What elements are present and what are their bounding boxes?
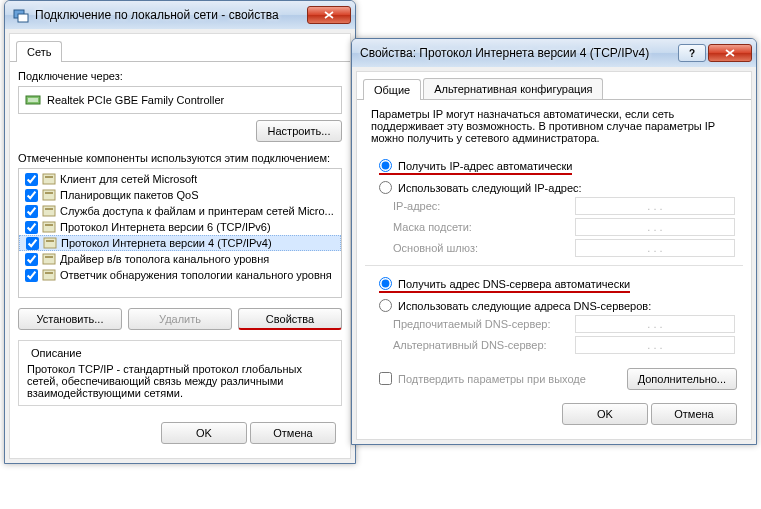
validate-label: Подтвердить параметры при выходе — [398, 373, 586, 385]
component-label: Ответчик обнаружения топологии канальног… — [60, 269, 332, 281]
dns1-label: Предпочитаемый DNS-сервер: — [393, 318, 575, 330]
tab-alt-config[interactable]: Альтернативная конфигурация — [423, 78, 603, 99]
dialog-footer: OK Отмена — [365, 397, 743, 431]
ip-auto-row: Получить IP-адрес автоматически — [379, 159, 572, 175]
component-checkbox[interactable] — [25, 189, 38, 202]
protocol-icon — [42, 220, 56, 234]
ok-button[interactable]: OK — [161, 422, 247, 444]
validate-checkbox[interactable] — [379, 372, 392, 385]
component-label: Клиент для сетей Microsoft — [60, 173, 197, 185]
info-text: Параметры IP могут назначаться автоматич… — [371, 108, 737, 144]
dns-auto-label: Получить адрес DNS-сервера автоматически — [398, 278, 630, 290]
gw-field-row: Основной шлюз: . . . — [393, 239, 743, 257]
ip-label: IP-адрес: — [393, 200, 575, 212]
svg-rect-17 — [45, 272, 53, 274]
network-icon — [13, 7, 29, 23]
svg-rect-11 — [45, 224, 53, 226]
dns1-field-row: Предпочитаемый DNS-сервер: . . . — [393, 315, 743, 333]
svg-rect-13 — [46, 240, 54, 242]
help-button[interactable]: ? — [678, 44, 706, 62]
ip-auto-label: Получить IP-адрес автоматически — [398, 160, 572, 172]
client-area: Общие Альтернативная конфигурация Параме… — [356, 71, 752, 440]
mask-input[interactable]: . . . — [575, 218, 735, 236]
close-button[interactable] — [307, 6, 351, 24]
dns-auto-radio[interactable] — [379, 277, 392, 290]
ok-button[interactable]: OK — [562, 403, 648, 425]
component-item[interactable]: Протокол Интернета версии 6 (TCP/IPv6) — [19, 219, 341, 235]
titlebar[interactable]: Свойства: Протокол Интернета версии 4 (T… — [352, 39, 756, 67]
component-item[interactable]: Клиент для сетей Microsoft — [19, 171, 341, 187]
component-item[interactable]: Планировщик пакетов QoS — [19, 187, 341, 203]
close-button[interactable] — [708, 44, 752, 62]
svg-rect-12 — [44, 238, 56, 248]
component-label: Планировщик пакетов QoS — [60, 189, 199, 201]
tab-strip: Сеть — [10, 34, 350, 62]
component-item[interactable]: Служба доступа к файлам и принтерам сете… — [19, 203, 341, 219]
component-label: Протокол Интернета версии 6 (TCP/IPv6) — [60, 221, 271, 233]
uninstall-button[interactable]: Удалить — [128, 308, 232, 330]
svg-rect-4 — [43, 174, 55, 184]
component-checkbox[interactable] — [25, 269, 38, 282]
component-checkbox[interactable] — [26, 237, 39, 250]
component-checkbox[interactable] — [25, 221, 38, 234]
tab-general[interactable]: Общие — [363, 79, 421, 100]
component-item[interactable]: Драйвер в/в тополога канального уровня — [19, 251, 341, 267]
dns2-field-row: Альтернативный DNS-сервер: . . . — [393, 336, 743, 354]
gw-label: Основной шлюз: — [393, 242, 575, 254]
mask-field-row: Маска подсети: . . . — [393, 218, 743, 236]
cancel-button[interactable]: Отмена — [250, 422, 336, 444]
dialog-footer: OK Отмена — [18, 416, 342, 450]
dns-manual-label: Использовать следующие адреса DNS-сервер… — [398, 300, 651, 312]
protocol-icon — [42, 268, 56, 282]
protocol-icon — [42, 172, 56, 186]
dns-auto-row: Получить адрес DNS-сервера автоматически — [379, 277, 630, 293]
component-checkbox[interactable] — [25, 253, 38, 266]
button-row: Установить... Удалить Свойства — [18, 308, 342, 330]
ip-manual-row: Использовать следующий IP-адрес: — [379, 181, 743, 194]
svg-rect-8 — [43, 206, 55, 216]
gw-input[interactable]: . . . — [575, 239, 735, 257]
description-group: Описание Протокол TCP/IP - стандартный п… — [18, 340, 342, 406]
advanced-button[interactable]: Дополнительно... — [627, 368, 737, 390]
svg-rect-14 — [43, 254, 55, 264]
svg-rect-7 — [45, 192, 53, 194]
ip-auto-radio[interactable] — [379, 159, 392, 172]
dns1-input[interactable]: . . . — [575, 315, 735, 333]
install-button[interactable]: Установить... — [18, 308, 122, 330]
ip-manual-radio[interactable] — [379, 181, 392, 194]
description-title: Описание — [27, 347, 86, 359]
component-checkbox[interactable] — [25, 173, 38, 186]
component-label: Служба доступа к файлам и принтерам сете… — [60, 205, 334, 217]
protocol-icon — [42, 204, 56, 218]
protocol-icon — [42, 252, 56, 266]
connect-via-label: Подключение через: — [18, 70, 342, 82]
ip-input[interactable]: . . . — [575, 197, 735, 215]
component-label: Драйвер в/в тополога канального уровня — [60, 253, 269, 265]
component-item[interactable]: Ответчик обнаружения топологии канальног… — [19, 267, 341, 283]
window-title: Свойства: Протокол Интернета версии 4 (T… — [360, 46, 678, 60]
lan-properties-window: Подключение по локальной сети - свойства… — [4, 0, 356, 464]
components-label: Отмеченные компоненты используются этим … — [18, 152, 342, 164]
mask-label: Маска подсети: — [393, 221, 575, 233]
protocol-icon — [43, 236, 57, 250]
dns2-label: Альтернативный DNS-сервер: — [393, 339, 575, 351]
tab-network[interactable]: Сеть — [16, 41, 62, 62]
titlebar[interactable]: Подключение по локальной сети - свойства — [5, 1, 355, 29]
adapter-icon — [25, 92, 41, 108]
svg-rect-1 — [18, 14, 28, 22]
protocol-icon — [42, 188, 56, 202]
svg-rect-10 — [43, 222, 55, 232]
properties-button[interactable]: Свойства — [238, 308, 342, 330]
dns2-input[interactable]: . . . — [575, 336, 735, 354]
components-list[interactable]: Клиент для сетей MicrosoftПланировщик па… — [18, 168, 342, 298]
configure-button[interactable]: Настроить... — [256, 120, 342, 142]
tab-strip: Общие Альтернативная конфигурация — [357, 72, 751, 100]
cancel-button[interactable]: Отмена — [651, 403, 737, 425]
dns-manual-row: Использовать следующие адреса DNS-сервер… — [379, 299, 743, 312]
adapter-box: Realtek PCIe GBE Family Controller — [18, 86, 342, 114]
component-checkbox[interactable] — [25, 205, 38, 218]
svg-rect-15 — [45, 256, 53, 258]
client-area: Сеть Подключение через: Realtek PCIe GBE… — [9, 33, 351, 459]
component-item[interactable]: Протокол Интернета версии 4 (TCP/IPv4) — [19, 235, 341, 251]
dns-manual-radio[interactable] — [379, 299, 392, 312]
